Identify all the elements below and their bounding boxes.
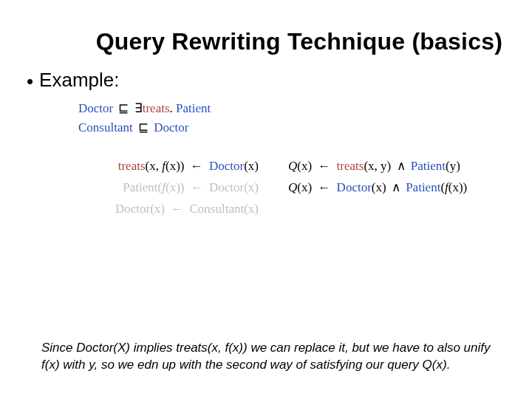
subsume-icon: ⊑ [136, 120, 151, 134]
left-arrow-icon: ← [315, 180, 333, 194]
subsume-icon: ⊑ [116, 101, 131, 115]
rule-3-body-args: (x) [244, 202, 259, 216]
rule-2-head: Patient [123, 180, 157, 194]
rule-1: treats(x, f(x)) ← Doctor(x) [66, 156, 259, 177]
q1-qargs: (x) [297, 159, 312, 173]
q2-cargs1: (x) [372, 180, 386, 194]
queries-column: Q(x) ← treats(x, y) ∧ Patient(y) Q(x) ← … [288, 156, 467, 220]
example-bullet: • Example: [27, 69, 505, 92]
q2-q: Q [288, 180, 297, 194]
rule-1-head-role: treats [118, 159, 146, 173]
q1-concept: Patient [411, 159, 446, 173]
rule-3: Doctor(x) ← Consultant(x) [66, 199, 259, 220]
axiom-1-role: treats [143, 101, 170, 115]
query-1: Q(x) ← treats(x, y) ∧ Patient(y) [288, 156, 467, 177]
rule-2-args-close: (x)) [166, 180, 184, 194]
and-icon: ∧ [395, 159, 408, 173]
bullet-label: Example: [39, 69, 119, 92]
footnote-text: Since Doctor(X) implies treats(x, f(x)) … [41, 340, 491, 374]
q1-role: treats [337, 159, 364, 173]
q2-qargs: (x) [297, 180, 312, 194]
q2-concept1: Doctor [337, 180, 372, 194]
rule-1-body: Doctor [209, 159, 244, 173]
query-2: Q(x) ← Doctor(x) ∧ Patient(f(x)) [288, 177, 467, 199]
left-arrow-icon: ← [188, 159, 206, 173]
rule-2-body: Doctor [209, 180, 244, 194]
axiom-1-lhs: Doctor [78, 101, 113, 115]
rule-2-body-args: (x) [244, 180, 259, 194]
slide: Query Rewriting Technique (basics) • Exa… [0, 0, 532, 399]
rule-3-args: (x) [150, 202, 165, 216]
axiom-2-rhs: Doctor [154, 120, 188, 134]
axiom-2: Consultant ⊑ Doctor [78, 118, 505, 137]
axiom-1-rhs: Patient [176, 101, 211, 115]
axiom-2-lhs: Consultant [78, 120, 133, 134]
and-icon: ∧ [389, 180, 403, 194]
slide-title: Query Rewriting Technique (basics) [27, 28, 502, 55]
q2-concept2: Patient [406, 180, 440, 194]
q1-q: Q [288, 159, 297, 173]
rule-2: Patient(f(x)) ← Doctor(x) [66, 177, 259, 199]
axiom-block: Doctor ⊑ ∃treats. Patient Consultant ⊑ D… [78, 99, 505, 137]
q1-roleargs: (x, y) [364, 159, 391, 173]
rule-1-args-close: (x)) [166, 159, 184, 173]
left-arrow-icon: ← [315, 159, 333, 173]
exists-icon: ∃ [134, 101, 143, 115]
rule-1-body-args: (x) [244, 159, 259, 173]
rule-1-args-open: (x, [146, 159, 163, 173]
q1-cargs: (y) [446, 159, 460, 173]
q2-cargs2-close: (x)) [449, 180, 467, 194]
left-arrow-icon: ← [188, 180, 206, 194]
axiom-1: Doctor ⊑ ∃treats. Patient [78, 99, 505, 118]
rules-column: treats(x, f(x)) ← Doctor(x) Patient(f(x)… [66, 156, 259, 220]
dot-icon: . [170, 101, 173, 115]
rule-3-body: Consultant [190, 202, 245, 216]
rules-and-queries: treats(x, f(x)) ← Doctor(x) Patient(f(x)… [66, 156, 505, 220]
left-arrow-icon: ← [168, 202, 186, 216]
bullet-dot-icon: • [27, 72, 33, 91]
rule-3-head: Doctor [115, 202, 150, 216]
